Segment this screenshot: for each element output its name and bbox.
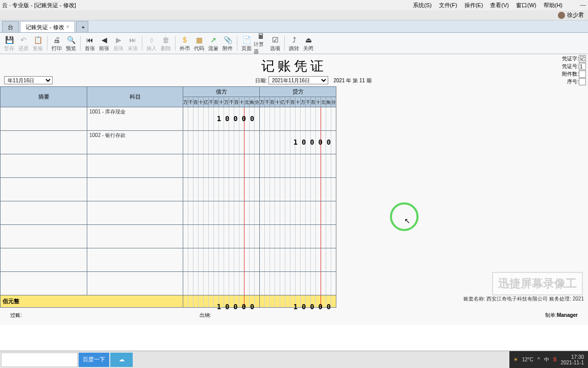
- tab-home[interactable]: 台: [2, 21, 19, 32]
- date-select[interactable]: 2021年11月16日: [268, 76, 328, 84]
- insert-button[interactable]: ⎀插入: [144, 34, 159, 53]
- voucher-num-input[interactable]: [579, 63, 586, 70]
- menu-window[interactable]: 窗口(W): [516, 0, 536, 10]
- taskbar-search[interactable]: [1, 353, 78, 367]
- exit-icon: ⏏: [304, 35, 313, 44]
- avatar[interactable]: [558, 12, 565, 19]
- tab-voucher[interactable]: 记账凭证 - 修改 ×: [20, 21, 75, 32]
- preview-button[interactable]: 🔍预览: [64, 34, 78, 53]
- copy-icon: 📋: [33, 35, 42, 44]
- sign-cashier: 出纳:: [200, 312, 389, 319]
- tray-chevron-icon[interactable]: ^: [537, 357, 540, 362]
- flow-button[interactable]: ↗流量: [206, 34, 220, 53]
- undo-icon: ↶: [19, 35, 28, 44]
- save-icon: 💾: [5, 35, 14, 44]
- seq-input[interactable]: [579, 78, 586, 85]
- table-row[interactable]: [1, 154, 336, 178]
- th-summary: 摘要: [1, 87, 87, 107]
- table-row[interactable]: 1002 - 银行存款10000: [1, 131, 336, 154]
- close-button[interactable]: ⏏关闭: [301, 34, 315, 53]
- menu-help[interactable]: 帮助(H): [544, 0, 562, 10]
- table-row[interactable]: [1, 272, 336, 295]
- attach-count-input[interactable]: [579, 71, 586, 78]
- table-row[interactable]: [1, 178, 336, 201]
- delete-button[interactable]: 🗑删除: [159, 34, 173, 53]
- code-icon: ▦: [194, 35, 204, 44]
- calc-icon: 🖩: [256, 32, 265, 40]
- menubar: 系统(S) 文件(F) 操作(E) 查看(V) 窗口(W) 帮助(H) —: [413, 0, 586, 10]
- calc-button[interactable]: 🖩计算器: [254, 34, 268, 53]
- total-row: 佰元整 10000 10000: [1, 295, 336, 308]
- preview-icon: 🔍: [66, 35, 76, 44]
- table-row[interactable]: [1, 201, 336, 225]
- window-title: 云 · 专业版 - [记账凭证 - 修改]: [2, 0, 76, 10]
- footer-account: 账套名称: 西安江奇电子科技有限公司 账务处理: 2021: [463, 295, 584, 303]
- voucher-grid: 摘要 科目 借方 贷方 万千百十亿千百十万千百十元角分 万千百十亿千百十万千百十…: [0, 86, 336, 308]
- voucher-meta: 凭证字: 凭证号: 附件数: 序号:: [558, 55, 586, 86]
- taskbar: 百度一下 ☁ ☀ 12°C ^ 中 S 17:30 2021-11-1: [0, 351, 588, 368]
- next-button[interactable]: ▶后张: [111, 34, 126, 53]
- cloud-app[interactable]: ☁: [110, 353, 133, 367]
- copy-button[interactable]: 📋复核: [31, 34, 45, 53]
- save-button[interactable]: 💾暂存: [2, 34, 16, 53]
- weather-icon: ☀: [513, 357, 518, 362]
- menu-view[interactable]: 查看(V): [490, 0, 509, 10]
- period-label: 2021 年 第 11 期: [333, 78, 371, 83]
- tab-strip: 台 记账凭证 - 修改 × +: [0, 20, 588, 33]
- watermark: 迅捷屏幕录像工: [492, 272, 583, 295]
- page-button[interactable]: 📄页面: [239, 34, 254, 53]
- baidu-button[interactable]: 百度一下: [79, 353, 109, 367]
- page-icon: 📄: [242, 35, 251, 44]
- print-button[interactable]: 🖨打印: [50, 34, 64, 53]
- ime-sogou[interactable]: S: [553, 357, 557, 362]
- clock-date: 2021-11-1: [560, 360, 584, 365]
- table-row[interactable]: 1001 - 库存现金10000: [1, 107, 336, 131]
- close-icon[interactable]: ×: [66, 21, 69, 33]
- voucher-word-input[interactable]: [579, 55, 586, 62]
- table-row[interactable]: [1, 225, 336, 248]
- menu-operate[interactable]: 操作(E): [464, 0, 483, 10]
- cursor-icon: ↖: [404, 217, 410, 225]
- first-icon: ⏮: [85, 35, 94, 44]
- flow-icon: ↗: [209, 35, 218, 44]
- first-button[interactable]: ⏮首张: [83, 34, 97, 53]
- option-icon: ☑: [271, 35, 280, 44]
- forex-button[interactable]: $外币: [178, 34, 192, 53]
- clock-time: 17:30: [560, 354, 584, 360]
- minimize-icon[interactable]: —: [580, 0, 586, 10]
- attach-button[interactable]: 📎附件: [220, 34, 235, 53]
- delete-icon: 🗑: [161, 35, 170, 44]
- cursor-highlight: [390, 202, 419, 231]
- sign-post: 过账:: [10, 312, 200, 319]
- last-icon: ⏭: [128, 35, 137, 44]
- title-bar: 云 · 专业版 - [记账凭证 - 修改] 系统(S) 文件(F) 操作(E) …: [0, 0, 588, 10]
- option-button[interactable]: ☑选项: [268, 34, 282, 53]
- th-debit: 借方: [183, 87, 260, 97]
- tab-new[interactable]: +: [76, 21, 88, 32]
- print-icon: 🖨: [52, 35, 61, 44]
- insert-icon: ⎀: [147, 35, 156, 44]
- last-button[interactable]: ⏭末张: [126, 34, 140, 53]
- user-name: 徐少君: [567, 11, 584, 19]
- table-row[interactable]: [1, 248, 336, 272]
- th-subject: 科目: [87, 87, 183, 107]
- voucher-content: 记账凭证 凭证字: 凭证号: 附件数: 序号: 年11月16日 日期: 2021…: [0, 54, 588, 325]
- th-credit: 贷方: [260, 87, 336, 97]
- prev-icon: ◀: [100, 35, 109, 44]
- weather-temp: 12°C: [522, 357, 533, 362]
- voucher-title: 记账凭证: [0, 54, 588, 75]
- jump-icon: ⤴: [289, 35, 299, 44]
- user-bar: 徐少君: [0, 10, 588, 20]
- menu-file[interactable]: 文件(F): [439, 0, 457, 10]
- next-icon: ▶: [114, 35, 123, 44]
- forex-icon: $: [180, 35, 189, 44]
- toolbar: 💾暂存 ↶还原 📋复核 🖨打印 🔍预览 ⏮首张 ◀前张 ▶后张 ⏭末张 ⎀插入 …: [0, 33, 588, 54]
- prev-button[interactable]: ◀前张: [97, 34, 111, 53]
- attach-icon: 📎: [223, 35, 232, 44]
- jump-button[interactable]: ⤴跳转: [287, 34, 301, 53]
- ime-ch[interactable]: 中: [544, 356, 549, 363]
- code-button[interactable]: ▦代码: [192, 34, 206, 53]
- menu-system[interactable]: 系统(S): [413, 0, 432, 10]
- restore-button[interactable]: ↶还原: [16, 34, 31, 53]
